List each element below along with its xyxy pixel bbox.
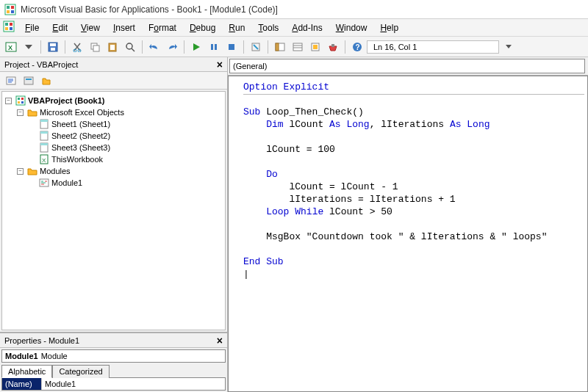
cut-icon[interactable] bbox=[69, 39, 85, 55]
svg-rect-27 bbox=[229, 44, 234, 50]
svg-rect-52 bbox=[40, 120, 48, 122]
tree-modules-folder[interactable]: − Modules bbox=[17, 165, 223, 177]
svg-rect-2 bbox=[11, 6, 14, 9]
menu-tools[interactable]: Tools bbox=[252, 21, 284, 35]
copy-icon[interactable] bbox=[87, 39, 103, 55]
svg-marker-24 bbox=[193, 43, 200, 51]
break-icon[interactable] bbox=[206, 39, 222, 55]
tree-thisworkbook[interactable]: XThisWorkbook bbox=[29, 153, 223, 165]
view-code-icon[interactable] bbox=[3, 73, 19, 89]
svg-rect-15 bbox=[51, 48, 55, 51]
toolbar-separator bbox=[243, 40, 244, 54]
undo-icon[interactable] bbox=[146, 39, 162, 55]
titlebar: Microsoft Visual Basic for Applications … bbox=[0, 0, 588, 19]
module-icon bbox=[39, 178, 49, 188]
menu-window[interactable]: Window bbox=[330, 21, 373, 35]
toggle-folders-icon[interactable] bbox=[38, 73, 54, 89]
redo-icon[interactable] bbox=[164, 39, 180, 55]
properties-pane-close-icon[interactable]: × bbox=[214, 335, 226, 346]
view-object-icon[interactable] bbox=[21, 73, 37, 89]
svg-line-23 bbox=[132, 48, 135, 51]
project-icon bbox=[15, 95, 26, 106]
svg-rect-8 bbox=[5, 27, 8, 30]
menu-insert[interactable]: Insert bbox=[107, 21, 141, 35]
svg-rect-26 bbox=[215, 44, 217, 50]
object-browser-icon[interactable] bbox=[307, 39, 323, 55]
toolbox-icon[interactable] bbox=[325, 39, 341, 55]
menubar: File Edit View Insert Format Debug Run T… bbox=[0, 19, 588, 37]
sheet-icon bbox=[39, 119, 49, 129]
svg-rect-3 bbox=[7, 10, 10, 13]
reset-icon[interactable] bbox=[223, 39, 240, 55]
properties-pane-header: Properties - Module1 × bbox=[0, 333, 227, 348]
save-icon[interactable] bbox=[45, 39, 61, 55]
project-pane-close-icon[interactable]: × bbox=[214, 59, 226, 70]
view-excel-icon[interactable]: X bbox=[3, 39, 19, 55]
menu-edit[interactable]: Edit bbox=[46, 21, 74, 35]
project-pane-toolbar bbox=[0, 72, 227, 90]
find-icon[interactable] bbox=[122, 39, 138, 55]
code-editor[interactable]: Option Explicit Sub Loop_Then_Check() Di… bbox=[228, 76, 588, 392]
procedure-divider bbox=[243, 94, 584, 95]
svg-point-22 bbox=[126, 43, 132, 49]
workbook-icon: X bbox=[39, 154, 49, 164]
properties-icon[interactable] bbox=[290, 39, 306, 55]
cursor-position: Ln 16, Col 1 bbox=[367, 40, 499, 54]
svg-rect-14 bbox=[50, 43, 56, 46]
tab-alphabetic[interactable]: Alphabetic bbox=[1, 365, 52, 378]
svg-rect-31 bbox=[293, 43, 302, 51]
menu-addins[interactable]: Add-Ins bbox=[286, 21, 328, 35]
svg-rect-56 bbox=[40, 143, 48, 145]
svg-rect-21 bbox=[110, 45, 115, 50]
help-icon[interactable]: ? bbox=[349, 39, 365, 55]
design-mode-icon[interactable] bbox=[248, 39, 264, 55]
toolbar-separator bbox=[345, 40, 345, 54]
svg-rect-6 bbox=[5, 23, 8, 26]
run-icon[interactable] bbox=[188, 39, 204, 55]
svg-rect-35 bbox=[313, 45, 318, 49]
toolbar-separator bbox=[142, 40, 143, 54]
svg-rect-50 bbox=[21, 101, 24, 104]
menu-format[interactable]: Format bbox=[143, 21, 182, 35]
tree-module[interactable]: Module1 bbox=[29, 177, 223, 189]
toolbar-separator bbox=[40, 40, 41, 54]
vba-app-icon bbox=[4, 4, 16, 15]
project-pane-header: Project - VBAProject × bbox=[0, 57, 227, 72]
tree-excel-objects[interactable]: − Microsoft Excel Objects bbox=[17, 106, 223, 118]
toolbar-options-icon[interactable] bbox=[501, 39, 517, 55]
toolbar-separator bbox=[184, 40, 184, 54]
menu-run[interactable]: Run bbox=[223, 21, 251, 35]
properties-grid[interactable]: (Name) Module1 bbox=[1, 377, 226, 391]
object-combo[interactable]: (General) bbox=[229, 59, 585, 73]
svg-marker-39 bbox=[506, 45, 512, 48]
tree-root[interactable]: − VBAProject (Book1) bbox=[5, 95, 223, 106]
tab-categorized[interactable]: Categorized bbox=[52, 365, 109, 378]
properties-object-selector[interactable]: Module1 Module bbox=[1, 349, 226, 363]
menu-debug[interactable]: Debug bbox=[184, 21, 221, 35]
menu-help[interactable]: Help bbox=[374, 21, 404, 35]
sheet-icon bbox=[39, 142, 49, 153]
svg-rect-46 bbox=[16, 96, 25, 105]
svg-rect-54 bbox=[40, 131, 48, 134]
vba-app-icon[interactable] bbox=[3, 21, 15, 35]
tree-sheet[interactable]: Sheet1 (Sheet1) bbox=[29, 118, 223, 130]
project-explorer-icon[interactable] bbox=[272, 39, 288, 55]
svg-rect-36 bbox=[331, 44, 334, 47]
svg-rect-4 bbox=[11, 10, 14, 13]
svg-text:?: ? bbox=[356, 43, 360, 51]
toolbar: X ? Ln 16, Col 1 bbox=[0, 37, 588, 57]
toolbar-separator bbox=[65, 40, 65, 54]
tree-sheet[interactable]: Sheet2 (Sheet2) bbox=[29, 130, 223, 142]
tree-sheet[interactable]: Sheet3 (Sheet3) bbox=[29, 142, 223, 153]
properties-pane-title: Properties - Module1 bbox=[4, 336, 79, 345]
paste-icon[interactable] bbox=[104, 39, 121, 55]
menu-file[interactable]: File bbox=[19, 21, 45, 35]
menu-view[interactable]: View bbox=[75, 21, 106, 35]
property-name-value[interactable]: Module1 bbox=[42, 378, 225, 390]
project-tree[interactable]: − VBAProject (Book1) − Microsoft Excel O… bbox=[1, 91, 226, 330]
svg-rect-47 bbox=[18, 98, 20, 100]
sheet-icon bbox=[39, 131, 49, 141]
svg-rect-48 bbox=[21, 98, 24, 100]
svg-text:X: X bbox=[8, 44, 12, 51]
insert-dropdown-icon[interactable] bbox=[21, 39, 37, 55]
